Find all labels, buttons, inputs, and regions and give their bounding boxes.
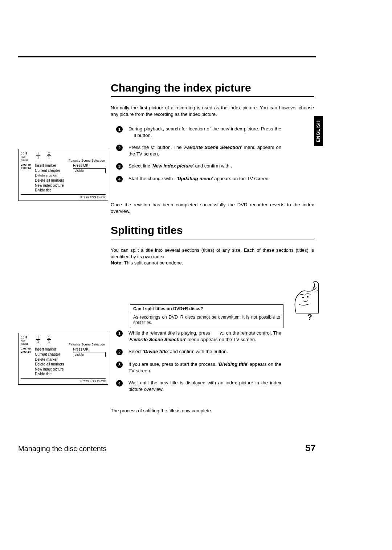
osd-panel-1: ◯ ⏸ RW pause T1 C1 Favorite Scene Select… (18, 149, 108, 201)
osd-body: 0:03:40 0:00:14 Insert markerPress OKCur… (21, 163, 106, 193)
step-text: During playback, search for location of … (128, 126, 281, 138)
heading1-text: Changing the index picture (111, 82, 251, 94)
step-bullet: 1 (116, 330, 123, 337)
svg-point-1 (307, 296, 309, 298)
step-2: 2 Press the button. The 'Favorite Scene … (116, 144, 281, 157)
intro2: You can split a title into several secti… (111, 247, 314, 266)
step-text: If you are sure, press to start the proc… (128, 361, 281, 374)
question-mark-icon: ? (307, 312, 312, 322)
language-tab: ENGLISH (314, 116, 323, 146)
osd-panel-2: ◯ ⏸ RW pause T1 C1 Favorite Scene Select… (18, 333, 108, 385)
osd-menu-row: Insert markerPress OK (35, 163, 106, 168)
heading2-text: Splitting titles (111, 224, 183, 236)
step-4: 4 Start the change with . 'Updating menu… (116, 175, 281, 182)
step-3: 3 If you are sure, press to start the pr… (116, 361, 281, 374)
osd-menu-row: Delete marker (35, 357, 106, 362)
heading-splitting-titles: Splitting titles (111, 224, 314, 239)
after-steps2: The process of splitting the title is no… (111, 408, 314, 414)
osd-times: 0:03:40 0:00:14 (21, 347, 33, 377)
osd-times: 0:03:40 0:00:14 (21, 163, 33, 193)
osd-tc: T1 C1 (34, 335, 51, 346)
osd-menu: Insert markerPress OKCurrent chaptervisi… (35, 163, 106, 193)
osd-menu-row: New index picture (35, 367, 106, 372)
page-top-rule (18, 56, 316, 57)
step-bullet: 2 (116, 349, 123, 355)
step-2: 2 Select 'Divide title' and confirm with… (116, 348, 281, 355)
osd-menu-row: Divide title (35, 188, 106, 193)
step-3: 3 Select line 'New index picture' and co… (116, 163, 281, 170)
scissors-icon (151, 146, 156, 150)
osd-tc: T1 C1 (34, 151, 51, 162)
osd-menu-row: Current chaptervisible (35, 168, 106, 173)
step-bullet: 4 (116, 380, 123, 387)
note-box-title: Can I split titles on DVD+R discs? (130, 305, 283, 313)
after-steps1: Once the revision has been completed suc… (111, 202, 314, 214)
step-text: Wait until the new title is displayed wi… (128, 380, 281, 392)
step-text: Start the change with . 'Updating menu' … (128, 175, 281, 182)
intro1: Normally the first picture of a recordin… (111, 105, 314, 117)
steps-group-1: 1 During playback, search for location o… (116, 126, 281, 188)
osd-menu-row: Divide title (35, 372, 106, 377)
heading-changing-index: Changing the index picture (111, 82, 314, 97)
osd-header-left: ◯ ⏸ RW pause (21, 335, 34, 346)
pause-icon: II (128, 133, 136, 138)
step-bullet: 3 (116, 361, 123, 368)
note-box-body: As recordings on DVD+R discs cannot be o… (130, 313, 283, 328)
step-bullet: 3 (116, 163, 123, 170)
step-1: 1 During playback, search for location o… (116, 126, 281, 138)
osd-menu-row: Insert markerPress OK (35, 347, 106, 352)
scissors-icon (220, 331, 225, 335)
osd-menu-row: Delete marker (35, 173, 106, 178)
step-bullet: 1 (116, 126, 123, 133)
osd-header: ◯ ⏸ RW pause T1 C1 Favorite Scene Select… (21, 335, 106, 346)
step-text: While the relevant title is playing, pre… (128, 330, 281, 343)
language-tab-text: ENGLISH (316, 120, 321, 142)
step-4: 4 Wait until the new title is displayed … (116, 380, 281, 392)
osd-menu-row: Current chaptervisible (35, 352, 106, 357)
question-illustration (292, 277, 319, 317)
note-box: Can I split titles on DVD+R discs? As re… (130, 304, 283, 328)
osd-header-left: ◯ ⏸ RW pause (21, 151, 34, 162)
svg-point-0 (302, 297, 304, 298)
osd-footer: Press FSS to exit (21, 378, 106, 383)
heading2-rule (111, 239, 314, 239)
osd-menu-row: New index picture (35, 183, 106, 188)
step-text: Select 'Divide title' and confirm with t… (128, 348, 281, 355)
steps-group-2: 1 While the relevant title is playing, p… (116, 330, 281, 398)
step-text: Select line 'New index picture' and conf… (128, 163, 281, 170)
osd-menu: Insert markerPress OKCurrent chaptervisi… (35, 347, 106, 377)
osd-footer: Press FSS to exit (21, 194, 106, 199)
footer-page-number: 57 (305, 442, 316, 454)
heading1-rule (111, 96, 314, 97)
step-text: Press the button. The 'Favorite Scene Se… (128, 144, 281, 157)
page-footer: Managing the disc contents 57 (18, 442, 316, 454)
osd-body: 0:03:40 0:00:14 Insert markerPress OKCur… (21, 347, 106, 377)
osd-header: ◯ ⏸ RW pause T1 C1 Favorite Scene Select… (21, 151, 106, 162)
osd-menu-row: Delete all markers (35, 178, 106, 183)
step-bullet: 2 (116, 145, 123, 151)
footer-section-title: Managing the disc contents (18, 445, 107, 453)
step-bullet: 4 (116, 176, 123, 182)
step-1: 1 While the relevant title is playing, p… (116, 330, 281, 343)
osd-menu-row: Delete all markers (35, 362, 106, 367)
